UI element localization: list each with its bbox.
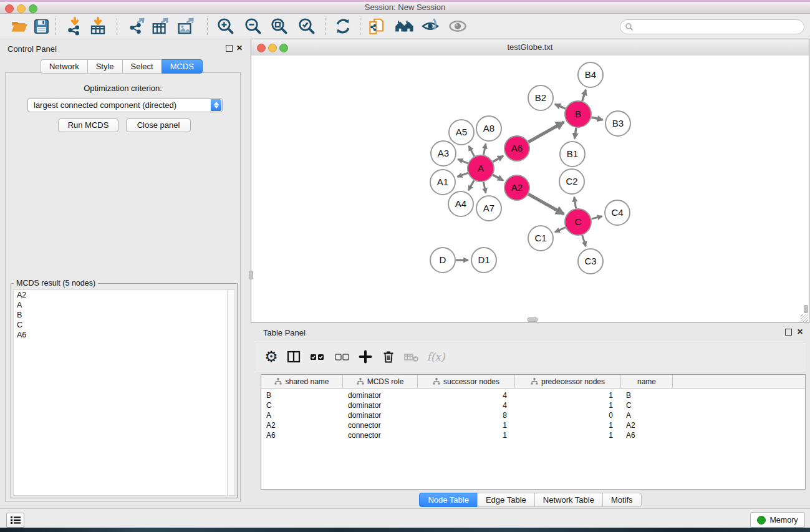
graph-node-B1[interactable]: B1: [560, 142, 585, 167]
graph-node-B4[interactable]: B4: [578, 62, 603, 87]
edge-A-A2[interactable]: [493, 175, 503, 180]
edge-A2-C[interactable]: [528, 194, 564, 214]
graph-node-C4[interactable]: C4: [605, 200, 630, 225]
table-tab-motifs[interactable]: Motifs: [602, 493, 642, 507]
mcds-result-list[interactable]: A2ABCA6: [13, 289, 235, 496]
column-header-predecessor-nodes[interactable]: predecessor nodes: [515, 375, 621, 388]
graph-node-C3[interactable]: C3: [578, 249, 603, 274]
run-mcds-button[interactable]: Run MCDS: [58, 118, 118, 132]
vertical-scroll-thumb[interactable]: [804, 305, 808, 313]
graph-node-A2[interactable]: A2: [504, 175, 529, 200]
column-header-mcds-role[interactable]: MCDS role: [343, 375, 418, 388]
mcds-result-item[interactable]: C: [14, 320, 234, 330]
graph-node-A3[interactable]: A3: [431, 141, 456, 166]
mcds-result-item[interactable]: B: [14, 310, 234, 320]
export-network-button[interactable]: [127, 16, 147, 36]
edge-B-B2[interactable]: [555, 104, 566, 109]
network-graph[interactable]: AA6A2BCA5A8A3A1A4A7B2B4B3B1C2C4C1C3DD1: [251, 56, 809, 322]
edge-A-A8[interactable]: [483, 143, 486, 155]
net-minimize-button[interactable]: [268, 44, 277, 52]
close-panel-button[interactable]: Close panel: [126, 118, 191, 132]
minimize-window-button[interactable]: [17, 4, 26, 13]
edge-B-B3[interactable]: [591, 117, 602, 120]
network-canvas[interactable]: AA6A2BCA5A8A3A1A4A7B2B4B3B1C2C4C1C3DD1: [251, 56, 809, 322]
delete-columns-button[interactable]: [379, 347, 398, 366]
graph-node-D[interactable]: D: [430, 248, 455, 273]
net-close-button[interactable]: [257, 44, 266, 52]
graph-node-B[interactable]: B: [565, 101, 591, 127]
graph-node-C2[interactable]: C2: [559, 169, 584, 194]
net-zoom-button[interactable]: [279, 44, 288, 52]
list-scrollbar[interactable]: [227, 290, 234, 495]
show-columns-button[interactable]: [284, 347, 303, 366]
graph-node-A7[interactable]: A7: [476, 196, 501, 221]
close-table-panel-icon[interactable]: ✕: [797, 327, 803, 336]
edge-C-C4[interactable]: [591, 216, 602, 219]
column-header-name[interactable]: name: [621, 375, 673, 388]
graph-node-A6[interactable]: A6: [504, 136, 529, 161]
column-header-successor-nodes[interactable]: successor nodes: [418, 375, 515, 388]
edge-B-B4[interactable]: [582, 90, 586, 101]
tab-style[interactable]: Style: [87, 59, 123, 74]
horizontal-scroll-thumb[interactable]: [528, 317, 538, 322]
memory-button[interactable]: Memory: [750, 512, 805, 528]
delete-table-button[interactable]: [402, 347, 421, 366]
graph-node-A5[interactable]: A5: [449, 120, 474, 145]
tab-select[interactable]: Select: [122, 59, 162, 74]
show-graphics-details-button[interactable]: [420, 16, 440, 36]
table-row[interactable]: A6connector11A6: [261, 430, 805, 440]
edge-B-B1[interactable]: [574, 128, 576, 138]
table-row[interactable]: Cdominator41C: [261, 400, 805, 410]
graph-node-A8[interactable]: A8: [476, 116, 501, 141]
graph-node-B2[interactable]: B2: [528, 85, 553, 110]
save-session-button[interactable]: [31, 16, 51, 36]
tab-network[interactable]: Network: [41, 59, 88, 74]
refresh-button[interactable]: [333, 16, 353, 36]
mcds-result-item[interactable]: A2: [14, 290, 234, 300]
function-builder-button[interactable]: f(x): [427, 347, 445, 366]
edge-A6-B[interactable]: [528, 122, 564, 142]
edge-A-A4[interactable]: [468, 180, 474, 190]
graph-node-B3[interactable]: B3: [605, 111, 630, 136]
graph-node-A4[interactable]: A4: [448, 191, 473, 216]
zoom-window-button[interactable]: [29, 4, 37, 13]
network-window-titlebar[interactable]: testGlobe.txt: [251, 39, 809, 56]
float-table-panel-icon[interactable]: [785, 329, 792, 336]
splitter-handle[interactable]: [249, 271, 253, 279]
clone-network-button[interactable]: [367, 16, 387, 36]
table-row[interactable]: Bdominator41B: [261, 390, 805, 400]
window-resize-grip[interactable]: [801, 314, 808, 322]
tab-mcds[interactable]: MCDS: [162, 59, 203, 74]
zoom-in-button[interactable]: [216, 16, 236, 36]
open-session-button[interactable]: [9, 16, 29, 36]
search-input[interactable]: [635, 21, 800, 33]
show-all-button[interactable]: [395, 16, 415, 36]
edge-C-C3[interactable]: [582, 235, 586, 246]
import-network-button[interactable]: [65, 16, 85, 36]
close-window-button[interactable]: [5, 4, 14, 13]
graph-node-C[interactable]: C: [565, 209, 591, 235]
export-table-button[interactable]: [150, 16, 170, 36]
close-panel-icon[interactable]: ✕: [236, 44, 243, 52]
graph-node-A[interactable]: A: [468, 155, 494, 181]
edge-C-C1[interactable]: [555, 228, 566, 232]
edge-A-A5[interactable]: [469, 146, 475, 157]
mcds-result-item[interactable]: A: [14, 300, 234, 310]
zoom-out-button[interactable]: [243, 16, 263, 36]
graph-node-A1[interactable]: A1: [430, 170, 455, 195]
table-tab-network-table[interactable]: Network Table: [534, 493, 603, 507]
table-row[interactable]: Adominator80A: [261, 410, 805, 420]
table-settings-button[interactable]: ⚙: [262, 347, 281, 366]
edge-A-A7[interactable]: [483, 182, 486, 193]
import-table-button[interactable]: [88, 16, 108, 36]
export-image-button[interactable]: [176, 16, 196, 36]
graph-node-D1[interactable]: D1: [471, 248, 496, 273]
table-row[interactable]: A2connector11A2: [261, 420, 805, 430]
graph-node-C1[interactable]: C1: [528, 226, 553, 251]
birds-eye-view-button[interactable]: [448, 16, 468, 36]
edge-A-A6[interactable]: [493, 156, 503, 162]
task-history-button[interactable]: [6, 513, 24, 528]
column-header-shared-name[interactable]: shared name: [261, 375, 343, 388]
create-column-button[interactable]: [356, 347, 375, 366]
edge-C-C2[interactable]: [574, 197, 576, 209]
